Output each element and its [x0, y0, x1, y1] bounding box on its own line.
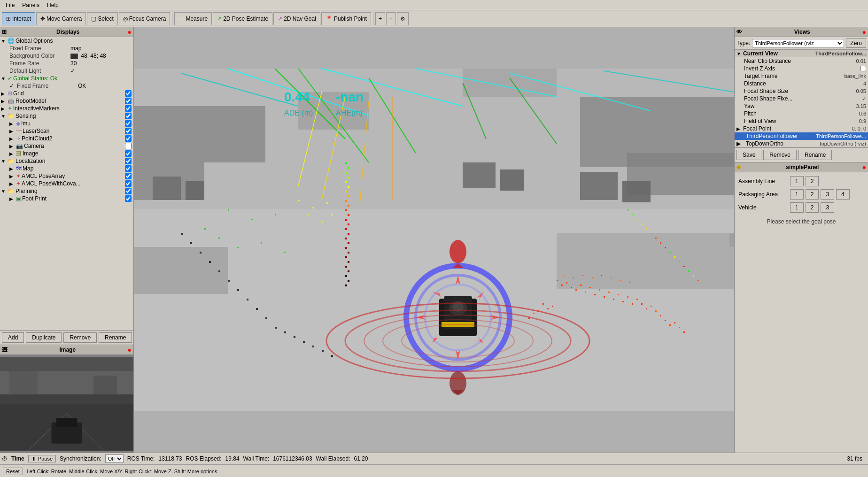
distance-value[interactable]: 4 [863, 81, 866, 86]
packaging-btn-1[interactable]: 1 [790, 189, 804, 200]
robot-model-check[interactable] [125, 98, 132, 104]
sync-select[interactable]: Off [105, 454, 124, 463]
camera-check[interactable] [125, 143, 132, 149]
tree-interactive-markers[interactable]: ▶ ✦ InteractiveMarkers [0, 105, 133, 112]
add-display-btn[interactable]: Add [2, 332, 24, 343]
tree-grid[interactable]: ▶ ⊞ Grid [0, 90, 133, 97]
vehicle-btn-3[interactable]: 3 [821, 202, 834, 213]
tree-image[interactable]: ▶ 🖼 Image [0, 150, 133, 157]
tree-sensing[interactable]: ▼ 📁 Sensing [0, 112, 133, 120]
views-zero-btn[interactable]: Zero [846, 38, 866, 48]
tool-settings[interactable]: ⚙ [397, 12, 409, 25]
invert-z-check[interactable] [860, 66, 866, 71]
packaging-btn-4[interactable]: 4 [836, 189, 850, 200]
laser-arrow[interactable]: ▶ [9, 129, 16, 134]
image-panel-close[interactable]: ● [128, 346, 132, 354]
tree-amcl-pose-array[interactable]: ▶ ✦ AMCL PoseArray [0, 172, 133, 180]
packaging-btn-2[interactable]: 2 [806, 189, 819, 200]
tool-minus[interactable]: − [386, 12, 396, 25]
map-check[interactable] [125, 165, 132, 172]
duplicate-btn[interactable]: Duplicate [26, 332, 62, 343]
near-clip-value[interactable]: 0.01 [856, 58, 866, 64]
view-item-third-person[interactable]: ThirdPersonFollower ThirdPersonFollowe..… [735, 132, 868, 140]
robot-arrow[interactable]: ▶ [1, 99, 8, 104]
camera-arrow[interactable]: ▶ [9, 144, 16, 149]
amcl2-arrow[interactable]: ▶ [9, 181, 16, 186]
grid-arrow[interactable]: ▶ [1, 91, 8, 96]
image-check[interactable] [125, 150, 132, 157]
imu-check[interactable] [125, 120, 132, 127]
fov-value[interactable]: 0.9 [859, 118, 866, 124]
remove-view-btn[interactable]: Remove [763, 150, 797, 160]
imu-arrow[interactable]: ▶ [9, 121, 16, 126]
focal-point-arrow[interactable]: ▶ [736, 126, 743, 131]
yaw-value[interactable]: 3.15 [856, 103, 866, 109]
reset-btn[interactable]: Reset [3, 468, 23, 475]
foot-check[interactable] [125, 195, 132, 202]
markers-arrow[interactable]: ▶ [1, 106, 8, 111]
amcl-arrow[interactable]: ▶ [9, 174, 16, 179]
menu-help[interactable]: Help [43, 1, 62, 9]
tree-planning[interactable]: ▼ 📁 Planning [0, 187, 133, 195]
image-arrow[interactable]: ▶ [9, 151, 16, 156]
tool-plus[interactable]: + [375, 12, 385, 25]
views-close[interactable]: ● [862, 28, 866, 36]
plan-check[interactable] [125, 188, 132, 194]
global-status-arrow[interactable]: ▼ [1, 76, 8, 81]
displays-close[interactable]: ● [128, 28, 132, 36]
focal-point-value[interactable]: 0; 0; 0 [852, 126, 866, 131]
pc2-arrow[interactable]: ▶ [9, 136, 16, 141]
packaging-btn-3[interactable]: 3 [821, 189, 834, 200]
viewport[interactable]: 0.44 -nan ADE (m) AHE(m) [134, 27, 734, 453]
remove-btn[interactable]: Remove [63, 332, 97, 343]
tree-global-status[interactable]: ▼ ✓ Global Status: Ok [0, 75, 133, 82]
global-options-arrow[interactable]: ▼ [1, 38, 8, 44]
tool-publish-point[interactable]: 📍 Publish Point [321, 12, 371, 25]
tree-foot-print[interactable]: ▶ ▣ Foot Print [0, 195, 133, 202]
simple-panel-close[interactable]: ● [862, 163, 866, 171]
bg-color-swatch[interactable] [70, 54, 78, 59]
tool-focus-camera[interactable]: ◎ Focus Camera [119, 12, 170, 25]
map-arrow[interactable]: ▶ [9, 166, 16, 171]
loc-check[interactable] [125, 158, 132, 164]
rename-btn[interactable]: Rename [99, 332, 132, 343]
sensing-arrow[interactable]: ▼ [1, 114, 8, 119]
markers-check[interactable] [125, 105, 132, 112]
foot-arrow[interactable]: ▶ [9, 196, 16, 201]
view-item-topdown[interactable]: ▶ TopDownOrtho TopDownOrtho (rviz) [735, 140, 868, 147]
focal-shape-size-value[interactable]: 0.05 [856, 88, 866, 94]
assembly-line-btn-1[interactable]: 1 [790, 176, 804, 186]
menu-file[interactable]: File [2, 1, 18, 9]
current-view-section[interactable]: ▼ Current View ThirdPersonFollow... [735, 50, 868, 57]
tree-global-options[interactable]: ▼ 🌐 Global Options [0, 37, 133, 45]
bg-color-value[interactable]: 48; 48; 48 [70, 53, 132, 59]
vehicle-btn-1[interactable]: 1 [790, 202, 804, 213]
rename-view-btn[interactable]: Rename [798, 150, 832, 160]
amcl2-check[interactable] [125, 180, 132, 187]
save-view-btn[interactable]: Save [736, 150, 761, 160]
tool-measure[interactable]: — Measure [174, 12, 212, 25]
laser-check[interactable] [125, 128, 132, 134]
menu-panels[interactable]: Panels [18, 1, 43, 9]
tool-interact[interactable]: ⊞ Interact [2, 12, 35, 25]
amcl-check[interactable] [125, 173, 132, 179]
sensing-check[interactable] [125, 113, 132, 119]
tree-localization[interactable]: ▼ 📁 Localization [0, 157, 133, 165]
assembly-line-btn-2[interactable]: 2 [806, 176, 819, 186]
tool-2d-nav[interactable]: ↗ 2D Nav Goal [273, 12, 320, 25]
target-frame-value[interactable]: base_link [845, 73, 866, 79]
tool-move-camera[interactable]: ✥ Move Camera [36, 12, 86, 25]
tree-robot-model[interactable]: ▶ 🤖 RobotModel [0, 97, 133, 105]
tree-map[interactable]: ▶ 🗺 Map [0, 165, 133, 172]
pause-btn[interactable]: ⏸ Pause [28, 455, 56, 462]
tree-laserscan[interactable]: ▶ 〰 LaserScan [0, 127, 133, 135]
tree-amcl-cov[interactable]: ▶ ✦ AMCL PoseWithCova... [0, 180, 133, 187]
pitch-value[interactable]: 0.6 [859, 111, 866, 116]
tool-select[interactable]: ▢ Select [87, 12, 117, 25]
tree-imu[interactable]: ▶ ◆ Imu [0, 120, 133, 127]
frame-rate-value[interactable]: 30 [70, 60, 132, 67]
current-view-arrow[interactable]: ▼ [736, 51, 743, 56]
pc2-check[interactable] [125, 135, 132, 142]
views-type-select[interactable]: ThirdPersonFollower (rviz [752, 39, 844, 47]
tree-pointcloud2[interactable]: ▶ ⁘ PointCloud2 [0, 135, 133, 142]
